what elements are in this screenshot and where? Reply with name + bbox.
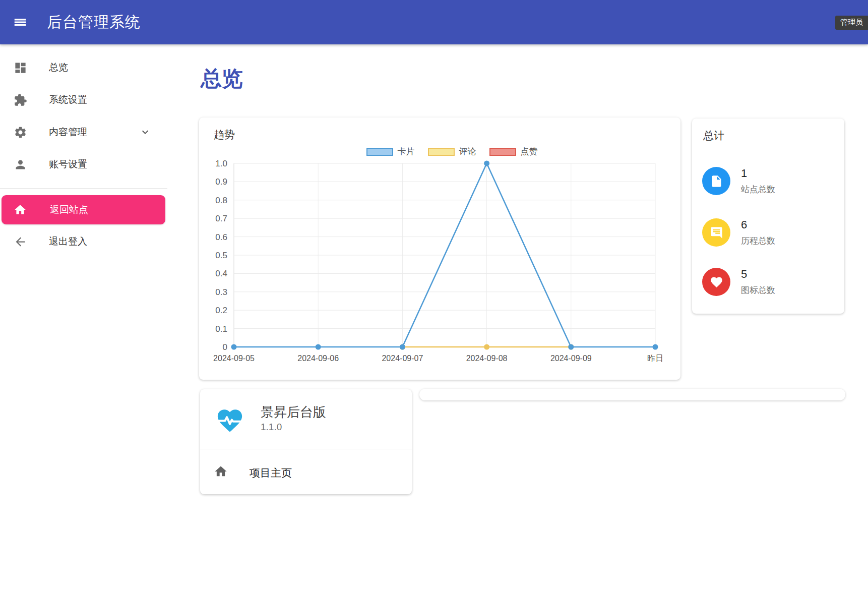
- sidebar-item-label: 系统设置: [49, 93, 87, 106]
- svg-text:2024-09-06: 2024-09-06: [297, 354, 339, 363]
- totals-title: 总计: [703, 129, 724, 143]
- stat-label: 历程总数: [741, 235, 775, 247]
- stat-label: 站点总数: [741, 184, 775, 195]
- app-title: 后台管理系统: [47, 12, 141, 33]
- sidebar-item-content-management[interactable]: 内容管理: [0, 116, 167, 148]
- svg-text:0.1: 0.1: [215, 324, 227, 334]
- svg-text:0.6: 0.6: [215, 232, 227, 242]
- project-home-link[interactable]: 项目主页: [200, 449, 412, 494]
- sidebar-item-label: 总览: [49, 61, 68, 74]
- logout-label: 退出登入: [49, 235, 87, 248]
- svg-text:2024-09-08: 2024-09-08: [466, 354, 508, 363]
- version-info-card: 景昇后台版 1.1.0 项目主页: [200, 389, 412, 494]
- person-icon: [14, 158, 27, 171]
- svg-text:昨日: 昨日: [647, 354, 663, 363]
- back-to-site-button[interactable]: 返回站点: [2, 195, 165, 224]
- product-name: 景昇后台版: [261, 403, 326, 421]
- sidebar: 总览 系统设置 内容管理 账号设置 返回站点 退出登入: [0, 44, 167, 590]
- svg-text:0.5: 0.5: [215, 251, 227, 260]
- sidebar-item-account-settings[interactable]: 账号设置: [0, 148, 167, 181]
- product-version: 1.1.0: [261, 422, 282, 433]
- svg-text:0: 0: [223, 342, 227, 352]
- logout-button[interactable]: 退出登入: [0, 225, 167, 258]
- puzzle-icon: [14, 93, 27, 107]
- back-to-site-label: 返回站点: [50, 203, 88, 216]
- home-icon: [214, 464, 228, 479]
- sidebar-item-system-settings[interactable]: 系统设置: [0, 84, 167, 116]
- gear-icon: [14, 126, 27, 139]
- chevron-down-icon[interactable]: [139, 126, 151, 138]
- page-title: 总览: [201, 65, 243, 93]
- sidebar-item-label: 账号设置: [49, 158, 87, 171]
- svg-text:2024-09-09: 2024-09-09: [550, 354, 592, 363]
- svg-text:2024-09-07: 2024-09-07: [382, 354, 423, 363]
- stat-label: 图标总数: [741, 284, 775, 296]
- project-home-label: 项目主页: [250, 466, 292, 480]
- trend-line-chart: 1.00.90.80.70.60.50.40.30.20.102024-09-0…: [199, 117, 680, 380]
- stat-row-icons: 5 图标总数: [702, 268, 775, 296]
- file-icon: [702, 167, 730, 195]
- heart-icon: [702, 268, 730, 296]
- home-icon: [14, 203, 27, 216]
- admin-dashboard: 后台管理系统 管理员 总览 系统设置 内容管理 账号设置 返回站点 退出登入: [0, 0, 868, 590]
- heart-pulse-icon: [215, 406, 244, 435]
- dashboard-icon: [14, 61, 27, 75]
- comment-icon: [702, 218, 730, 247]
- svg-text:1.0: 1.0: [215, 159, 227, 168]
- topbar: 后台管理系统 管理员: [0, 0, 868, 44]
- sidebar-item-overview[interactable]: 总览: [0, 51, 167, 84]
- user-role-badge: 管理员: [835, 16, 868, 30]
- stat-row-journeys: 6 历程总数: [702, 218, 775, 247]
- svg-text:0.8: 0.8: [215, 196, 227, 205]
- stat-value: 5: [741, 268, 775, 281]
- sidebar-divider: [0, 188, 167, 189]
- arrow-back-icon: [14, 235, 27, 249]
- empty-card: [419, 389, 845, 400]
- sidebar-item-label: 内容管理: [49, 126, 87, 139]
- svg-text:0.4: 0.4: [215, 269, 227, 278]
- svg-text:0.3: 0.3: [215, 287, 227, 297]
- trend-chart-card: 趋势 卡片评论点赞 1.00.90.80.70.60.50.40.30.20.1…: [199, 117, 680, 380]
- hamburger-menu-icon[interactable]: [13, 15, 28, 30]
- svg-text:2024-09-05: 2024-09-05: [213, 354, 255, 363]
- stat-value: 1: [741, 167, 775, 180]
- totals-card: 总计 1 站点总数 6 历程总数 5 图: [692, 119, 844, 314]
- svg-text:0.2: 0.2: [215, 306, 227, 315]
- stat-row-sites: 1 站点总数: [702, 167, 775, 195]
- svg-text:0.9: 0.9: [215, 177, 227, 187]
- svg-text:0.7: 0.7: [215, 214, 227, 223]
- stat-value: 6: [741, 218, 775, 231]
